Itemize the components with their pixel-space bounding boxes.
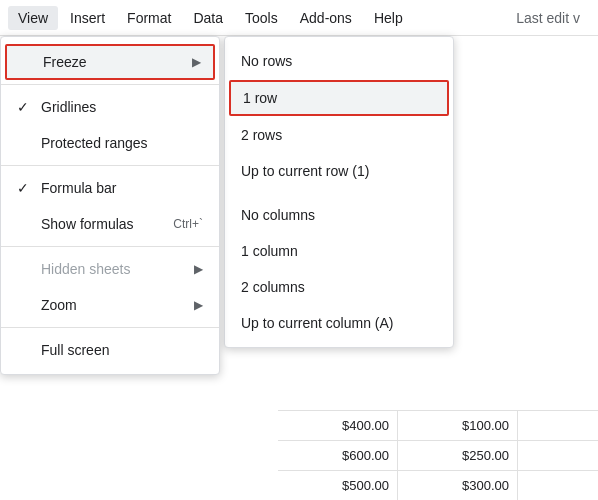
cell-r1c2: $100.00 (398, 411, 518, 440)
table-row: $400.00 $100.00 (278, 410, 598, 440)
cell-r1c1: $400.00 (278, 411, 398, 440)
2-columns-label: 2 columns (241, 279, 305, 295)
full-screen-label: Full screen (41, 342, 203, 358)
freeze-no-columns[interactable]: No columns (225, 197, 453, 233)
no-columns-label: No columns (241, 207, 315, 223)
2-rows-label: 2 rows (241, 127, 282, 143)
view-menu-dropdown: Freeze ▶ ✓ Gridlines Protected ranges ✓ … (0, 36, 220, 375)
divider-3 (1, 246, 219, 247)
menu-item-hidden-sheets: Hidden sheets ▶ (1, 251, 219, 287)
formula-bar-checkmark: ✓ (17, 180, 37, 196)
cell-r2c1: $600.00 (278, 441, 398, 470)
divider-1 (1, 84, 219, 85)
menu-item-gridlines[interactable]: ✓ Gridlines (1, 89, 219, 125)
no-rows-label: No rows (241, 53, 292, 69)
hidden-sheets-arrow-icon: ▶ (194, 262, 203, 276)
menu-addons[interactable]: Add-ons (290, 6, 362, 30)
menu-view[interactable]: View (8, 6, 58, 30)
menu-data[interactable]: Data (183, 6, 233, 30)
zoom-label: Zoom (41, 297, 194, 313)
1-column-label: 1 column (241, 243, 298, 259)
menu-help[interactable]: Help (364, 6, 413, 30)
zoom-arrow-icon: ▶ (194, 298, 203, 312)
freeze-arrow-icon: ▶ (192, 55, 201, 69)
freeze-1-row[interactable]: 1 row (229, 80, 449, 116)
cell-r3c1: $500.00 (278, 471, 398, 500)
cell-r3c2: $300.00 (398, 471, 518, 500)
divider-4 (1, 327, 219, 328)
1-row-label: 1 row (243, 90, 277, 106)
menu-item-zoom[interactable]: Zoom ▶ (1, 287, 219, 323)
freeze-section-divider (225, 189, 453, 197)
menu-tools[interactable]: Tools (235, 6, 288, 30)
freeze-no-rows[interactable]: No rows (225, 43, 453, 79)
gridlines-checkmark: ✓ (17, 99, 37, 115)
divider-2 (1, 165, 219, 166)
freeze-2-columns[interactable]: 2 columns (225, 269, 453, 305)
menu-item-formula-bar[interactable]: ✓ Formula bar (1, 170, 219, 206)
menu-bar: View Insert Format Data Tools Add-ons He… (0, 0, 598, 36)
current-column-label: Up to current column (A) (241, 315, 394, 331)
freeze-label: Freeze (43, 54, 192, 70)
freeze-1-column[interactable]: 1 column (225, 233, 453, 269)
menu-last-edit: Last edit v (506, 6, 590, 30)
cell-r2c2: $250.00 (398, 441, 518, 470)
show-formulas-shortcut: Ctrl+` (173, 217, 203, 231)
dropdown-container: Freeze ▶ ✓ Gridlines Protected ranges ✓ … (0, 36, 454, 375)
show-formulas-label: Show formulas (41, 216, 173, 232)
table-row: $600.00 $250.00 (278, 440, 598, 470)
gridlines-label: Gridlines (41, 99, 203, 115)
menu-insert[interactable]: Insert (60, 6, 115, 30)
menu-item-protected-ranges[interactable]: Protected ranges (1, 125, 219, 161)
menu-format[interactable]: Format (117, 6, 181, 30)
freeze-2-rows[interactable]: 2 rows (225, 117, 453, 153)
menu-item-freeze[interactable]: Freeze ▶ (5, 44, 215, 80)
menu-item-show-formulas[interactable]: Show formulas Ctrl+` (1, 206, 219, 242)
menu-item-full-screen[interactable]: Full screen (1, 332, 219, 368)
hidden-sheets-label: Hidden sheets (41, 261, 194, 277)
table-row: $500.00 $300.00 (278, 470, 598, 500)
current-row-label: Up to current row (1) (241, 163, 369, 179)
protected-label: Protected ranges (41, 135, 203, 151)
freeze-current-row[interactable]: Up to current row (1) (225, 153, 453, 189)
freeze-current-column[interactable]: Up to current column (A) (225, 305, 453, 341)
formula-bar-label: Formula bar (41, 180, 203, 196)
freeze-submenu-dropdown: No rows 1 row 2 rows Up to current row (… (224, 36, 454, 348)
spreadsheet-values: $400.00 $100.00 $600.00 $250.00 $500.00 … (278, 410, 598, 500)
